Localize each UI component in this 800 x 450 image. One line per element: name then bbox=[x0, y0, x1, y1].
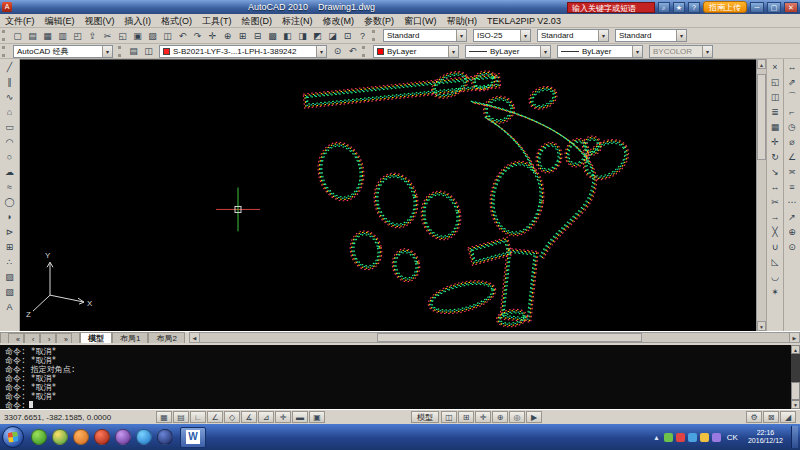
toolbar-grip[interactable] bbox=[2, 30, 7, 41]
menu-item[interactable]: 视图(V) bbox=[80, 14, 120, 28]
paste-icon[interactable]: ▣ bbox=[130, 29, 145, 43]
infocenter-search-input[interactable]: 输入关键字或短语 bbox=[567, 2, 655, 13]
autocad-app-icon[interactable]: A bbox=[2, 2, 12, 12]
break-icon[interactable]: ╳ bbox=[768, 224, 783, 239]
coordinate-readout[interactable]: 3307.6651, -382.1585, 0.0000 bbox=[4, 413, 154, 422]
toolbar-grip[interactable] bbox=[372, 30, 377, 41]
gradient-icon[interactable]: ▧ bbox=[2, 284, 18, 299]
help-icon[interactable]: ? bbox=[688, 2, 700, 13]
scroll-down-icon[interactable]: ▼ bbox=[757, 321, 766, 331]
tray-expand-icon[interactable]: ▲ bbox=[653, 434, 660, 441]
pan-tool-icon[interactable]: ✛ bbox=[475, 411, 491, 423]
horizontal-scrollbar[interactable]: ◀ ▶ bbox=[189, 332, 800, 343]
menu-item[interactable]: 插入(I) bbox=[120, 14, 157, 28]
lineweight-combo[interactable]: ByLayer ▾ bbox=[557, 45, 643, 58]
stretch-icon[interactable]: ↔ bbox=[768, 179, 783, 194]
chevron-down-icon[interactable]: ▾ bbox=[702, 46, 712, 57]
sheet-set-manager-icon[interactable]: ◩ bbox=[310, 29, 325, 43]
chevron-down-icon[interactable]: ▾ bbox=[632, 46, 642, 57]
scroll-right-icon[interactable]: ▶ bbox=[789, 333, 799, 342]
quick-launch-7[interactable] bbox=[157, 429, 173, 445]
diameter-icon[interactable]: ⌀ bbox=[785, 134, 800, 149]
command-scrollbar[interactable]: ▲ ▼ bbox=[791, 345, 800, 409]
favorites-star-icon[interactable]: ★ bbox=[673, 2, 685, 13]
table-style-combo[interactable]: Standard ▾ bbox=[537, 29, 609, 42]
chevron-down-icon[interactable]: ▾ bbox=[448, 46, 458, 57]
save-icon[interactable]: ▦ bbox=[40, 29, 55, 43]
zoom-realtime-icon[interactable]: ⊕ bbox=[220, 29, 235, 43]
vscroll-track[interactable] bbox=[757, 69, 766, 321]
insert-block-icon[interactable]: ⊳ bbox=[2, 224, 18, 239]
hscroll-track[interactable] bbox=[200, 333, 789, 342]
layer-properties-manager-icon[interactable]: ▤ bbox=[126, 44, 141, 58]
show-desktop-button[interactable] bbox=[791, 426, 798, 448]
angular-icon[interactable]: ∠ bbox=[785, 149, 800, 164]
erase-icon[interactable]: × bbox=[768, 59, 783, 74]
menu-item[interactable]: 修改(M) bbox=[318, 14, 360, 28]
hatch-icon[interactable]: ▨ bbox=[2, 269, 18, 284]
menu-item[interactable]: 编辑(E) bbox=[40, 14, 80, 28]
chamfer-icon[interactable]: ◺ bbox=[768, 254, 783, 269]
cmdscroll-thumb[interactable] bbox=[791, 382, 800, 400]
clean-screen-icon[interactable]: ◢ bbox=[780, 411, 796, 423]
help-icon[interactable]: ? bbox=[355, 29, 370, 43]
redo-icon[interactable]: ↷ bbox=[190, 29, 205, 43]
quick-properties-toggle-icon[interactable]: ▣ bbox=[309, 411, 325, 423]
maximize-button[interactable]: ▢ bbox=[767, 2, 781, 13]
minimize-button[interactable]: ─ bbox=[750, 2, 764, 13]
workspace-combo[interactable]: AutoCAD 经典 ▾ bbox=[13, 45, 113, 58]
taskbar-word-button[interactable]: W bbox=[180, 427, 206, 448]
chevron-down-icon[interactable]: ▾ bbox=[456, 30, 466, 41]
polar-toggle-icon[interactable]: ∠ bbox=[207, 411, 223, 423]
plot-style-combo[interactable]: BYCOLOR ▾ bbox=[649, 45, 713, 58]
tray-icon[interactable] bbox=[676, 433, 685, 442]
rotate-icon[interactable]: ↻ bbox=[768, 149, 783, 164]
close-button[interactable]: ✕ bbox=[784, 2, 798, 13]
osnap-toggle-icon[interactable]: ◇ bbox=[224, 411, 240, 423]
language-indicator[interactable]: CK bbox=[725, 433, 740, 442]
aligned-dimension-icon[interactable]: ⇗ bbox=[785, 74, 800, 89]
tolerance-icon[interactable]: ⊕ bbox=[785, 224, 800, 239]
qnew-icon[interactable]: ▢ bbox=[10, 29, 25, 43]
chevron-down-icon[interactable]: ▾ bbox=[676, 30, 686, 41]
tab-layout2[interactable]: 布局2 bbox=[148, 332, 184, 343]
move-icon[interactable]: ✛ bbox=[768, 134, 783, 149]
join-icon[interactable]: ∪ bbox=[768, 239, 783, 254]
polyline-icon[interactable]: ∿ bbox=[2, 89, 18, 104]
mleader-style-combo[interactable]: Standard ▾ bbox=[615, 29, 687, 42]
tab-scroll-prev-icon[interactable]: ‹ bbox=[24, 333, 40, 343]
dyn-toggle-icon[interactable]: ✛ bbox=[275, 411, 291, 423]
point-icon[interactable]: ∴ bbox=[2, 254, 18, 269]
quick-launch-3[interactable] bbox=[73, 429, 89, 445]
layer-combo[interactable]: S-B2021-LYF-3-...1-LPH-1-389242 ▾ bbox=[159, 45, 327, 58]
cut-icon[interactable]: ✂ bbox=[100, 29, 115, 43]
lineweight-toggle-icon[interactable]: ▬ bbox=[292, 411, 308, 423]
polygon-icon[interactable]: ⌂ bbox=[2, 104, 18, 119]
zoom-previous-icon[interactable]: ⊟ bbox=[250, 29, 265, 43]
scroll-left-icon[interactable]: ◀ bbox=[190, 333, 200, 342]
model-space-button[interactable]: 模型 bbox=[411, 411, 439, 423]
menu-item[interactable]: 参数(P) bbox=[359, 14, 399, 28]
layer-states-icon[interactable]: ◫ bbox=[141, 44, 156, 58]
quick-launch-5[interactable] bbox=[115, 429, 131, 445]
pan-realtime-icon[interactable]: ✛ bbox=[205, 29, 220, 43]
command-history[interactable]: 命令: *取消*命令: *取消*命令: 指定对角点:命令: *取消*命令: *取… bbox=[0, 345, 791, 409]
center-mark-icon[interactable]: ⊙ bbox=[785, 239, 800, 254]
publish-icon[interactable]: ⇪ bbox=[85, 29, 100, 43]
chevron-down-icon[interactable]: ▾ bbox=[102, 46, 112, 57]
tab-scroll-next-icon[interactable]: › bbox=[40, 333, 56, 343]
match-properties-icon[interactable]: ▨ bbox=[145, 29, 160, 43]
tray-icon[interactable] bbox=[664, 433, 673, 442]
designcenter-icon[interactable]: ◧ bbox=[280, 29, 295, 43]
spline-icon[interactable]: ≈ bbox=[2, 179, 18, 194]
construction-line-icon[interactable]: ∥ bbox=[2, 74, 18, 89]
copy-object-icon[interactable]: ◱ bbox=[768, 74, 783, 89]
scroll-up-icon[interactable]: ▲ bbox=[791, 345, 800, 354]
revision-cloud-icon[interactable]: ☁ bbox=[2, 164, 18, 179]
menu-item[interactable]: 文件(F) bbox=[0, 14, 40, 28]
show-motion-icon[interactable]: ▶ bbox=[526, 411, 542, 423]
scale-icon[interactable]: ↘ bbox=[768, 164, 783, 179]
quick-launch-2[interactable] bbox=[52, 429, 68, 445]
menu-item[interactable]: 窗口(W) bbox=[399, 14, 442, 28]
quick-launch-6[interactable] bbox=[136, 429, 152, 445]
